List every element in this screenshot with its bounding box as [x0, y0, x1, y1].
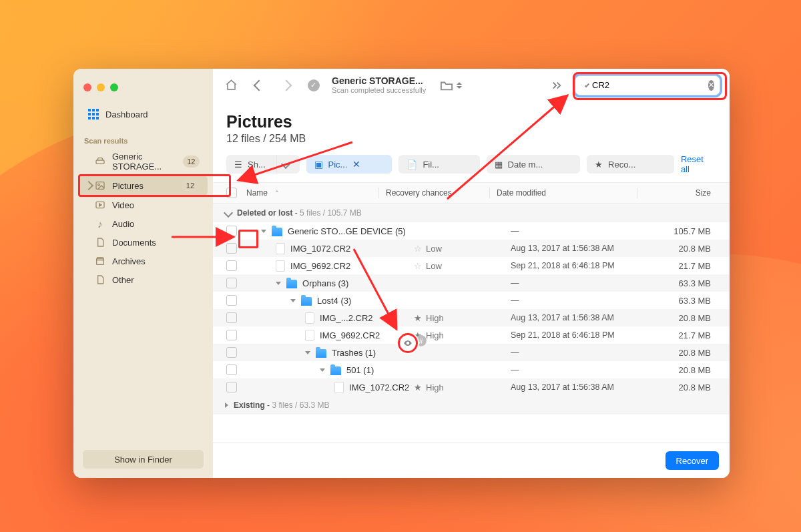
zoom-window[interactable] [110, 83, 118, 91]
overflow-button[interactable] [547, 76, 565, 94]
column-size[interactable]: Size [644, 188, 716, 198]
table-row[interactable]: IMG_9692.CR2☆LowSep 21, 2018 at 6:46:18 … [213, 257, 730, 274]
table-row[interactable]: Orphans (3)—63.3 MB [213, 274, 730, 292]
sidebar-item-video[interactable]: Video [79, 196, 208, 214]
table-row[interactable]: IMG_...2.CR2★HighAug 13, 2017 at 1:56:38… [213, 309, 730, 326]
table-body: Deleted or lost - 5 files / 105.7 MB Gen… [213, 204, 730, 443]
table-row[interactable]: Lost4 (3)—63.3 MB [213, 292, 730, 309]
table-row[interactable]: IMG_9692.CR2★HighSep 21, 2018 at 6:46:18… [213, 326, 730, 344]
disclosure-icon[interactable] [290, 299, 296, 302]
home-button[interactable] [222, 76, 240, 94]
row-size: 20.8 MB [644, 244, 716, 254]
filter-pictures[interactable]: ▣ Pic... ✕ [306, 155, 392, 174]
row-size: 21.7 MB [644, 261, 716, 271]
file-icon [276, 243, 285, 254]
group-deleted[interactable]: Deleted or lost - 5 files / 105.7 MB [213, 204, 730, 222]
row-recovery: ★High [414, 313, 511, 323]
dashboard-label: Dashboard [105, 109, 148, 119]
row-checkbox[interactable] [226, 312, 237, 323]
clear-search-button[interactable]: ✕ [708, 80, 714, 91]
file-icon [305, 330, 314, 341]
filter-date[interactable]: ▦ Date m... [487, 155, 581, 174]
forward-button[interactable] [277, 76, 295, 94]
chevron-right-icon [225, 403, 228, 408]
table-row[interactable]: Generic STO...GE DEVICE (5)—105.7 MB [213, 222, 730, 240]
table-row[interactable]: IMG_1072.CR2☆LowAug 13, 2017 at 1:56:38 … [213, 240, 730, 257]
select-all-checkbox[interactable] [226, 188, 237, 198]
sidebar-item-drive[interactable]: Generic STORAGE...12 [79, 148, 208, 176]
dashboard-button[interactable]: Dashboard [83, 105, 204, 123]
filter-file[interactable]: 📄 Fil... [398, 155, 479, 174]
filter-show[interactable]: ☰ Sh... [226, 155, 299, 174]
row-checkbox[interactable] [226, 278, 237, 288]
row-checkbox[interactable] [226, 347, 237, 358]
show-in-finder-button[interactable]: Show in Finder [83, 450, 204, 469]
group-existing[interactable]: Existing - 3 files / 63.3 MB [213, 396, 730, 415]
row-size: 20.8 MB [644, 348, 716, 358]
sidebar-item-label: Archives [112, 256, 146, 266]
count-badge: 12 [181, 180, 200, 192]
row-name: Lost4 (3) [317, 296, 351, 306]
row-size: 105.7 MB [644, 226, 716, 236]
toolbar: ✓ Generic STORAGE... Scan completed succ… [213, 69, 730, 101]
row-recovery: ★High [414, 330, 511, 340]
window-controls [73, 69, 213, 99]
close-window[interactable] [83, 83, 91, 91]
disclosure-icon[interactable] [276, 282, 281, 285]
sidebar: Dashboard Scan results Generic STORAGE..… [73, 69, 213, 478]
file-icon [305, 312, 314, 324]
row-name: IMG_1072.CR2 [349, 382, 409, 392]
folder-icon [316, 349, 326, 358]
row-name: Orphans (3) [302, 278, 348, 288]
table-row[interactable]: 501 (1)—20.8 MB [213, 361, 730, 378]
status-button[interactable]: ✓ [304, 76, 322, 94]
minimize-window[interactable] [97, 83, 105, 91]
column-recovery[interactable]: Recovery chances [386, 188, 483, 198]
row-size: 21.7 MB [644, 330, 716, 340]
column-date[interactable]: Date modified [497, 188, 630, 198]
row-checkbox[interactable] [226, 364, 237, 375]
row-recovery: ★High [414, 382, 511, 392]
sidebar-item-archives[interactable]: Archives [79, 252, 208, 270]
recover-button[interactable]: Recover [665, 451, 719, 470]
filter-recovery[interactable]: ★ Reco... [587, 155, 674, 174]
row-checkbox[interactable] [226, 260, 237, 271]
filter-bar: ☰ Sh... ▣ Pic... ✕ 📄 Fil... ▦ Date m... … [213, 154, 730, 182]
chevron-left-icon [253, 79, 264, 91]
table-row[interactable]: Trashes (1)—20.8 MB [213, 344, 730, 361]
sidebar-item-documents[interactable]: Documents [79, 233, 208, 252]
back-button[interactable] [250, 76, 268, 94]
row-date: Aug 13, 2017 at 1:56:38 AM [511, 382, 644, 392]
row-checkbox[interactable] [226, 226, 237, 236]
search-input[interactable] [592, 80, 704, 90]
disclosure-icon[interactable] [261, 230, 266, 233]
row-checkbox[interactable] [226, 295, 237, 306]
row-checkbox[interactable] [226, 330, 237, 340]
archives-icon [95, 256, 105, 266]
page-heading: Pictures 12 files / 254 MB [213, 101, 730, 154]
row-checkbox[interactable] [226, 243, 237, 254]
svg-rect-1 [96, 182, 104, 190]
table-header: Name⌃ Recovery chances Date modified Siz… [213, 182, 730, 204]
sidebar-item-audio[interactable]: ♪Audio [79, 214, 208, 233]
toolbar-title: Generic STORAGE... Scan completed succes… [332, 75, 426, 95]
table-row[interactable]: IMG_1072.CR2★HighAug 13, 2017 at 1:56:38… [213, 378, 730, 396]
row-name: IMG_9692.CR2 [290, 261, 350, 271]
disclosure-icon[interactable] [320, 368, 325, 372]
calendar-icon: ▦ [495, 160, 503, 170]
disclosure-icon[interactable] [305, 351, 310, 354]
chevron-right-icon [280, 79, 292, 91]
drive-icon [95, 156, 105, 167]
sidebar-item-other[interactable]: Other [79, 270, 208, 289]
sidebar-item-label: Other [112, 275, 134, 285]
row-date: Aug 13, 2017 at 1:56:38 AM [511, 313, 644, 322]
remove-filter-icon[interactable]: ✕ [352, 159, 360, 170]
column-name[interactable]: Name⌃ [246, 188, 372, 198]
row-checkbox[interactable] [226, 382, 237, 392]
sidebar-item-pictures[interactable]: Pictures12 [79, 176, 208, 196]
search-scope-icon [585, 83, 589, 87]
search-field[interactable]: ✕ [575, 75, 720, 95]
reset-filters[interactable]: Reset all [681, 154, 716, 174]
drive-selector[interactable] [435, 77, 466, 94]
page-title: Pictures [226, 112, 716, 131]
